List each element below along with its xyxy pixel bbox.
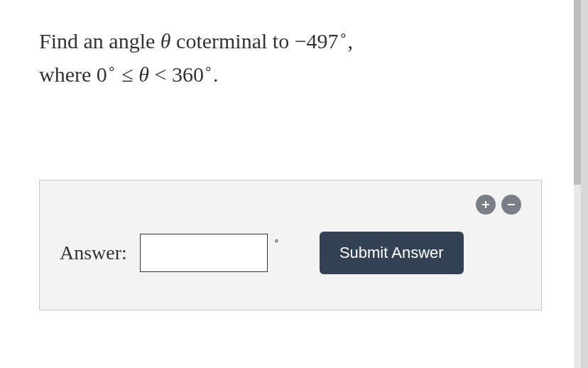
- svg-rect-2: [508, 204, 515, 205]
- q-deg3: ∘: [204, 62, 213, 77]
- q-leq: ≤: [116, 63, 138, 86]
- question-text: Find an angle θ coterminal to −497∘, whe…: [39, 25, 542, 91]
- answer-row: Answer: ∘ Submit Answer: [60, 232, 521, 274]
- q-deg1: ∘: [339, 28, 348, 43]
- q-theta: θ: [160, 29, 171, 53]
- q-value: −497: [295, 29, 339, 53]
- q-line2a: where: [39, 63, 97, 86]
- q-prefix: Find an angle: [39, 29, 160, 53]
- q-lt: <: [149, 63, 172, 86]
- q-theta2: θ: [138, 63, 149, 86]
- scrollbar-track[interactable]: [574, 0, 581, 368]
- answer-input[interactable]: [140, 234, 268, 272]
- q-deg2: ∘: [107, 62, 116, 77]
- minus-icon: [506, 200, 516, 210]
- answer-panel: Answer: ∘ Submit Answer: [39, 180, 542, 310]
- q-comma: ,: [348, 29, 354, 53]
- q-period: .: [213, 63, 219, 86]
- q-zero: 0: [97, 63, 107, 86]
- svg-rect-1: [482, 204, 489, 205]
- zoom-out-button[interactable]: [501, 195, 521, 215]
- answer-label: Answer:: [60, 242, 127, 264]
- zoom-in-button[interactable]: [476, 195, 496, 215]
- q-360: 360: [172, 63, 204, 86]
- degree-symbol: ∘: [273, 234, 280, 247]
- panel-controls: [60, 195, 521, 215]
- q-mid1: coterminal to: [171, 29, 295, 53]
- scrollbar-thumb[interactable]: [574, 0, 581, 185]
- plus-icon: [481, 200, 491, 210]
- submit-button[interactable]: Submit Answer: [320, 232, 464, 274]
